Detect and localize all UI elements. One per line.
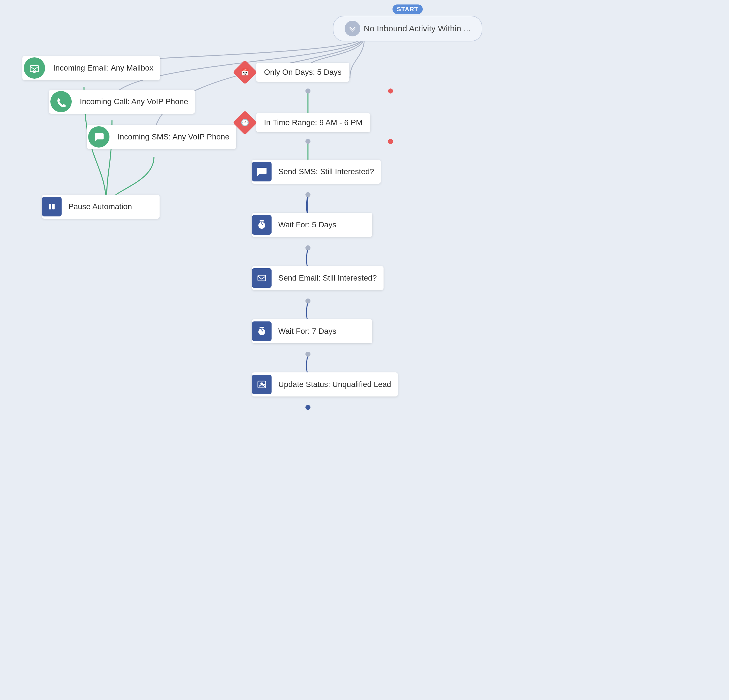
- incoming-call-node[interactable]: Incoming Call: Any VoIP Phone: [49, 90, 195, 114]
- wait-7-node[interactable]: Wait For: 7 Days: [252, 319, 372, 343]
- start-label: No Inbound Activity Within ...: [364, 24, 471, 33]
- svg-point-1: [388, 139, 393, 144]
- svg-point-0: [388, 89, 393, 93]
- incoming-email-node[interactable]: Incoming Email: Any Mailbox: [22, 56, 160, 80]
- send-sms-label: Send SMS: Still Interested?: [272, 167, 381, 176]
- svg-rect-28: [260, 220, 264, 221]
- incoming-email-label: Incoming Email: Any Mailbox: [46, 64, 160, 73]
- flow-canvas: START No Inbound Activity Within ... I: [0, 0, 729, 700]
- wait-5-label: Wait For: 5 Days: [272, 220, 343, 229]
- wait-5-node[interactable]: Wait For: 5 Days: [252, 213, 372, 237]
- svg-rect-29: [258, 275, 266, 281]
- update-status-label: Update Status: Unqualified Lead: [272, 380, 398, 389]
- svg-rect-26: [49, 204, 51, 209]
- only-on-days-node[interactable]: 📅 Only On Days: 5 Days: [234, 61, 349, 83]
- in-time-range-label: In Time Range: 9 AM - 6 PM: [256, 113, 370, 132]
- send-email-node[interactable]: Send Email: Still Interested?: [252, 266, 383, 290]
- start-icon: [345, 21, 360, 36]
- in-time-range-node[interactable]: 🕐 In Time Range: 9 AM - 6 PM: [234, 112, 370, 134]
- incoming-call-label: Incoming Call: Any VoIP Phone: [73, 97, 195, 106]
- only-on-days-label: Only On Days: 5 Days: [256, 63, 349, 82]
- svg-point-9: [305, 139, 311, 144]
- svg-point-7: [305, 89, 311, 93]
- start-trigger[interactable]: No Inbound Activity Within ...: [333, 16, 482, 41]
- start-badge: START: [392, 4, 423, 14]
- svg-rect-21: [30, 65, 39, 72]
- wait-7-label: Wait For: 7 Days: [272, 327, 343, 336]
- send-sms-node[interactable]: Send SMS: Still Interested?: [252, 160, 381, 184]
- svg-point-15: [305, 298, 311, 304]
- svg-rect-27: [52, 204, 55, 209]
- svg-rect-30: [260, 327, 264, 328]
- svg-point-19: [305, 405, 311, 410]
- svg-point-13: [305, 245, 311, 250]
- send-email-label: Send Email: Still Interested?: [272, 273, 383, 283]
- update-status-node[interactable]: Update Status: Unqualified Lead: [252, 372, 398, 396]
- start-node[interactable]: START No Inbound Activity Within ...: [333, 4, 482, 41]
- incoming-sms-node[interactable]: Incoming SMS: Any VoIP Phone: [87, 125, 236, 149]
- svg-point-11: [305, 192, 311, 197]
- pause-automation-label: Pause Automation: [62, 202, 139, 211]
- incoming-sms-label: Incoming SMS: Any VoIP Phone: [111, 132, 236, 141]
- pause-automation-node[interactable]: Pause Automation: [42, 195, 160, 219]
- svg-point-17: [305, 352, 311, 357]
